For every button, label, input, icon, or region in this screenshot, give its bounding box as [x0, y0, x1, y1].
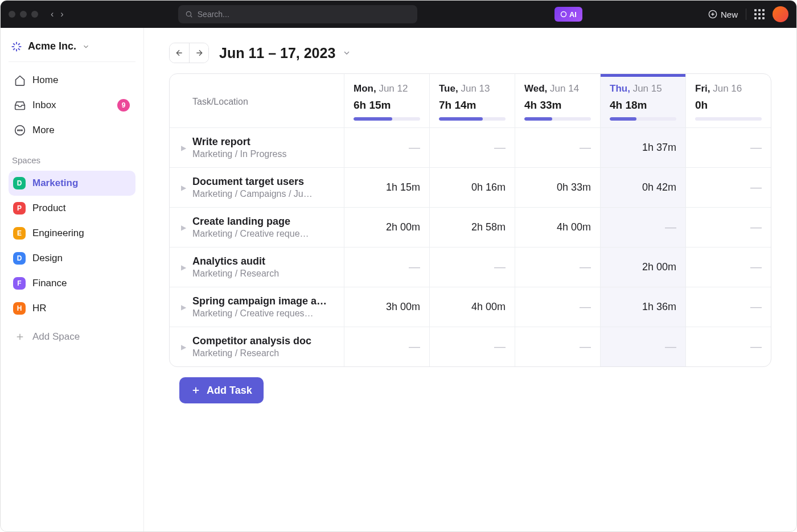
time-cell[interactable]: — — [685, 327, 771, 366]
chevron-right-icon[interactable]: ▶ — [181, 263, 189, 271]
time-cell[interactable]: 3h 00m — [344, 287, 429, 327]
task-cell[interactable]: ▶ Spring campaign image a… Marketing / C… — [170, 287, 344, 327]
task-path: Marketing / Research — [192, 269, 335, 279]
time-cell[interactable]: — — [685, 208, 771, 247]
history-nav: ‹ › — [51, 9, 64, 19]
time-cell[interactable]: — — [685, 248, 771, 287]
task-cell[interactable]: ▶ Competitor analysis doc Marketing / Re… — [170, 327, 344, 366]
time-cell[interactable]: — — [600, 208, 685, 247]
sidebar-item-label: Inbox — [32, 100, 56, 111]
arrow-right-icon — [195, 48, 204, 57]
time-cell[interactable]: — — [515, 128, 600, 167]
sidebar-space-item[interactable]: E Engineering — [9, 221, 135, 246]
task-cell[interactable]: ▶ Analytics audit Marketing / Research — [170, 248, 344, 287]
sidebar-item-inbox[interactable]: Inbox 9 — [9, 93, 135, 118]
space-name: Design — [32, 253, 63, 264]
chevron-right-icon[interactable]: ▶ — [181, 224, 189, 232]
task-title: Analytics audit — [192, 255, 335, 267]
time-cell[interactable]: — — [429, 128, 515, 167]
day-header[interactable]: Mon, Jun 12 6h 15m — [344, 74, 429, 127]
chevron-right-icon[interactable]: ▶ — [181, 144, 189, 152]
sidebar-item-more[interactable]: More — [9, 118, 135, 143]
time-cell[interactable]: 0h 42m — [600, 168, 685, 207]
space-chip-icon: H — [13, 302, 26, 315]
plus-icon — [14, 331, 26, 343]
svg-point-0 — [186, 11, 191, 16]
sidebar-item-home[interactable]: Home — [9, 68, 135, 93]
forward-button[interactable]: › — [60, 9, 63, 19]
time-cell[interactable]: — — [515, 327, 600, 366]
time-cell[interactable]: 1h 37m — [600, 128, 685, 167]
task-title: Write report — [192, 136, 335, 148]
svg-point-2 — [561, 12, 566, 17]
divider — [746, 9, 746, 20]
time-cell[interactable]: — — [685, 287, 771, 327]
traffic-dot-close-icon[interactable] — [9, 11, 15, 18]
add-space-button[interactable]: Add Space — [9, 324, 135, 349]
time-cell[interactable]: 2h 58m — [429, 208, 515, 247]
time-cell[interactable]: 1h 15m — [344, 168, 429, 207]
day-header[interactable]: Thu, Jun 15 4h 18m — [600, 74, 685, 127]
task-row: ▶ Write report Marketing / In Progress —… — [170, 128, 771, 168]
time-cell[interactable]: — — [685, 128, 771, 167]
plus-icon — [191, 385, 201, 395]
new-button[interactable]: New — [708, 10, 738, 19]
space-chip-icon: D — [13, 252, 26, 265]
time-cell[interactable]: 2h 00m — [600, 248, 685, 287]
time-cell[interactable]: — — [429, 327, 515, 366]
task-path: Marketing / Creative reque… — [192, 229, 335, 239]
time-cell[interactable]: — — [600, 327, 685, 366]
add-task-button[interactable]: Add Task — [179, 377, 264, 403]
sidebar-space-item[interactable]: D Design — [9, 246, 135, 271]
time-cell[interactable]: — — [344, 128, 429, 167]
svg-point-15 — [18, 130, 19, 131]
time-cell[interactable]: — — [344, 248, 429, 287]
chevron-right-icon[interactable]: ▶ — [181, 184, 189, 192]
time-cell[interactable]: 1h 36m — [600, 287, 685, 327]
task-path: Marketing / In Progress — [192, 149, 335, 159]
ai-button[interactable]: AI — [554, 7, 582, 22]
space-name: Marketing — [32, 178, 78, 189]
time-cell[interactable]: — — [344, 327, 429, 366]
time-cell[interactable]: 4h 00m — [515, 208, 600, 247]
next-week-button[interactable] — [189, 43, 208, 63]
arrow-left-icon — [175, 48, 184, 57]
task-title: Document target users — [192, 176, 335, 188]
sidebar-space-item[interactable]: H HR — [9, 296, 135, 321]
traffic-dot-min-icon[interactable] — [20, 11, 27, 18]
traffic-dot-max-icon[interactable] — [31, 11, 38, 18]
task-title: Competitor analysis doc — [192, 335, 335, 347]
task-cell[interactable]: ▶ Create landing page Marketing / Creati… — [170, 208, 344, 247]
workspace-switcher[interactable]: Acme Inc. — [9, 38, 135, 62]
prev-week-button[interactable] — [170, 43, 189, 63]
time-cell[interactable]: — — [429, 248, 515, 287]
task-title: Create landing page — [192, 216, 335, 228]
workspace-logo-icon — [11, 41, 22, 52]
day-header[interactable]: Tue, Jun 13 7h 14m — [429, 74, 515, 127]
time-cell[interactable]: 2h 00m — [344, 208, 429, 247]
sidebar-space-item[interactable]: F Finance — [9, 271, 135, 296]
sidebar-space-item[interactable]: D Marketing — [9, 171, 135, 196]
time-cell[interactable]: — — [515, 248, 600, 287]
chevron-right-icon[interactable]: ▶ — [181, 303, 189, 311]
avatar[interactable] — [773, 6, 788, 22]
time-cell[interactable]: 4h 00m — [429, 287, 515, 327]
space-chip-icon: P — [13, 202, 26, 215]
search-input[interactable]: Search... — [178, 5, 417, 23]
day-header[interactable]: Fri, Jun 16 0h — [685, 74, 771, 127]
back-button[interactable]: ‹ — [51, 9, 54, 19]
task-cell[interactable]: ▶ Write report Marketing / In Progress — [170, 128, 344, 167]
svg-line-10 — [13, 43, 15, 45]
time-cell[interactable]: — — [685, 168, 771, 207]
time-cell[interactable]: 0h 33m — [515, 168, 600, 207]
time-cell[interactable]: 0h 16m — [429, 168, 515, 207]
task-row: ▶ Spring campaign image a… Marketing / C… — [170, 287, 771, 327]
day-header[interactable]: Wed, Jun 14 4h 33m — [515, 74, 600, 127]
apps-grid-icon[interactable] — [754, 9, 765, 19]
chevron-right-icon[interactable]: ▶ — [181, 343, 189, 351]
time-cell[interactable]: — — [515, 287, 600, 327]
date-range-picker[interactable]: Jun 11 – 17, 2023 — [219, 45, 351, 61]
task-cell[interactable]: ▶ Document target users Marketing / Camp… — [170, 168, 344, 207]
ai-label: AI — [569, 10, 577, 19]
sidebar-space-item[interactable]: P Product — [9, 196, 135, 221]
